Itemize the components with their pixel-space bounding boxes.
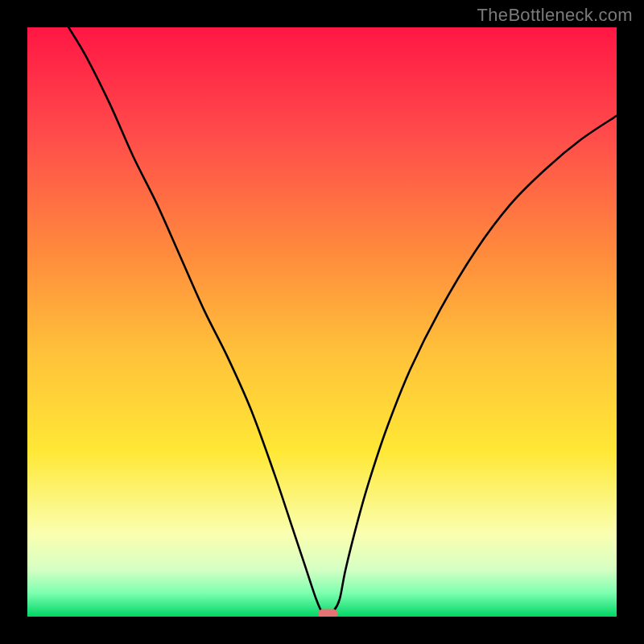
watermark-text: TheBottleneck.com: [477, 5, 633, 26]
bottleneck-chart: TheBottleneck.com: [0, 0, 644, 644]
chart-svg: [0, 0, 644, 644]
